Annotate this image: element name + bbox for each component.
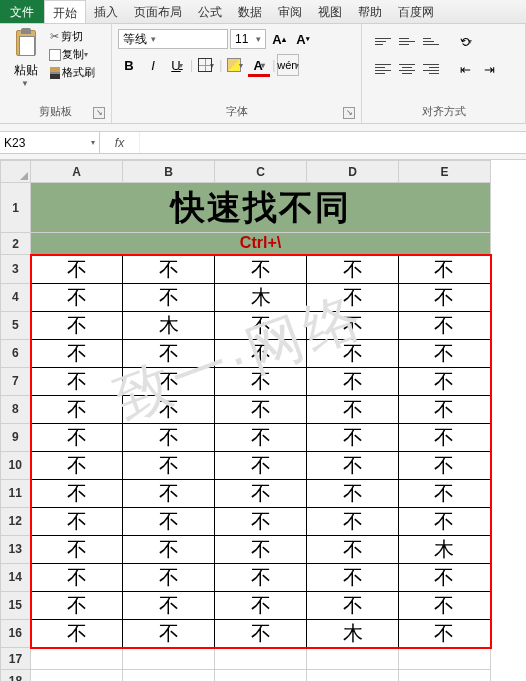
row-header[interactable]: 6 <box>1 339 31 367</box>
cell[interactable]: 不 <box>31 591 123 619</box>
tab-view[interactable]: 视图 <box>310 0 350 23</box>
borders-button[interactable]: ▾ <box>195 54 217 76</box>
cell[interactable] <box>31 648 123 670</box>
cell[interactable] <box>399 670 491 682</box>
row-header[interactable]: 4 <box>1 283 31 311</box>
cell[interactable] <box>307 648 399 670</box>
tab-data[interactable]: 数据 <box>230 0 270 23</box>
cell[interactable]: 不 <box>399 283 491 311</box>
row-header[interactable]: 1 <box>1 183 31 233</box>
decrease-indent-button[interactable]: ⇤ <box>454 58 476 80</box>
row-header[interactable]: 11 <box>1 479 31 507</box>
cell[interactable]: 不 <box>31 563 123 591</box>
increase-font-button[interactable]: A▴ <box>268 28 290 50</box>
cell[interactable]: 不 <box>31 395 123 423</box>
row-header[interactable]: 7 <box>1 367 31 395</box>
cell[interactable]: 不 <box>123 563 215 591</box>
cell[interactable]: 不 <box>31 311 123 339</box>
cell[interactable]: 不 <box>215 479 307 507</box>
cell[interactable]: 不 <box>123 619 215 648</box>
cell[interactable]: 不 <box>215 311 307 339</box>
copy-dropdown-icon[interactable]: ▾ <box>84 50 88 59</box>
cell[interactable]: 不 <box>399 311 491 339</box>
cell[interactable]: 不 <box>215 451 307 479</box>
cell[interactable]: 不 <box>307 311 399 339</box>
cell[interactable] <box>31 670 123 682</box>
row-header[interactable]: 15 <box>1 591 31 619</box>
cell[interactable]: 不 <box>399 451 491 479</box>
cell[interactable]: 不 <box>31 423 123 451</box>
phonetic-guide-button[interactable]: wén▾ <box>277 54 299 76</box>
align-center-button[interactable] <box>396 58 418 80</box>
cell[interactable]: 不 <box>31 479 123 507</box>
cell[interactable]: 不 <box>31 367 123 395</box>
cell[interactable]: 不 <box>307 479 399 507</box>
row-header[interactable]: 10 <box>1 451 31 479</box>
row-header[interactable]: 2 <box>1 233 31 255</box>
cell[interactable]: 不 <box>123 423 215 451</box>
cell[interactable]: 不 <box>399 507 491 535</box>
cell[interactable]: 不 <box>307 535 399 563</box>
tab-file[interactable]: 文件 <box>0 0 44 23</box>
row-header[interactable]: 14 <box>1 563 31 591</box>
cell[interactable]: 不 <box>123 339 215 367</box>
cell[interactable]: 不 <box>215 395 307 423</box>
tab-home[interactable]: 开始 <box>44 0 86 23</box>
cell[interactable]: 不 <box>215 619 307 648</box>
paste-button[interactable]: 粘贴 ▼ <box>6 28 46 88</box>
tab-review[interactable]: 审阅 <box>270 0 310 23</box>
cell[interactable]: 不 <box>307 451 399 479</box>
cell[interactable]: 不 <box>31 339 123 367</box>
cell[interactable] <box>307 670 399 682</box>
copy-button[interactable]: 复制 ▾ <box>50 46 95 63</box>
cell[interactable] <box>399 648 491 670</box>
cell[interactable]: 不 <box>123 535 215 563</box>
tab-baidu[interactable]: 百度网 <box>390 0 442 23</box>
paste-dropdown-icon[interactable]: ▼ <box>21 79 29 88</box>
cell[interactable]: 不 <box>215 507 307 535</box>
cell[interactable]: 不 <box>123 255 215 284</box>
row-header[interactable]: 17 <box>1 648 31 670</box>
font-size-combo[interactable]: 11 ▾ <box>230 29 266 49</box>
cell[interactable]: 不 <box>215 563 307 591</box>
cell[interactable]: 不 <box>31 451 123 479</box>
cell[interactable]: 不 <box>399 423 491 451</box>
cell[interactable]: 不 <box>307 367 399 395</box>
align-top-button[interactable] <box>372 30 394 52</box>
cell[interactable]: 不 <box>215 423 307 451</box>
increase-indent-button[interactable]: ⇥ <box>478 58 500 80</box>
cell[interactable]: 不 <box>31 619 123 648</box>
cell[interactable]: 不 <box>399 367 491 395</box>
cell[interactable]: 不 <box>399 563 491 591</box>
italic-button[interactable]: I <box>142 54 164 76</box>
subtitle-cell[interactable]: Ctrl+\ <box>31 233 491 255</box>
tab-help[interactable]: 帮助 <box>350 0 390 23</box>
tab-insert[interactable]: 插入 <box>86 0 126 23</box>
name-box[interactable]: K23 ▾ <box>0 132 100 153</box>
font-color-button[interactable]: A▾ <box>248 54 270 76</box>
cell[interactable] <box>215 670 307 682</box>
cell[interactable]: 木 <box>307 619 399 648</box>
underline-button[interactable]: U▾ <box>166 54 188 76</box>
select-all-corner[interactable] <box>1 161 31 183</box>
row-header[interactable]: 18 <box>1 670 31 682</box>
cell[interactable]: 不 <box>215 535 307 563</box>
cell[interactable]: 不 <box>399 255 491 284</box>
format-painter-button[interactable]: 格式刷 <box>50 64 95 81</box>
cell[interactable]: 不 <box>31 535 123 563</box>
cell[interactable]: 不 <box>399 339 491 367</box>
row-header[interactable]: 3 <box>1 255 31 284</box>
align-right-button[interactable] <box>420 58 442 80</box>
column-header[interactable]: D <box>307 161 399 183</box>
column-header[interactable]: B <box>123 161 215 183</box>
font-name-combo[interactable]: 等线 ▾ <box>118 29 228 49</box>
row-header[interactable]: 13 <box>1 535 31 563</box>
cell[interactable]: 木 <box>399 535 491 563</box>
align-middle-button[interactable] <box>396 30 418 52</box>
row-header[interactable]: 16 <box>1 619 31 648</box>
cell[interactable] <box>123 670 215 682</box>
clipboard-launcher[interactable]: ↘ <box>93 107 105 119</box>
title-cell[interactable]: 快速找不同 <box>31 183 491 233</box>
cell[interactable]: 不 <box>307 563 399 591</box>
row-header[interactable]: 5 <box>1 311 31 339</box>
